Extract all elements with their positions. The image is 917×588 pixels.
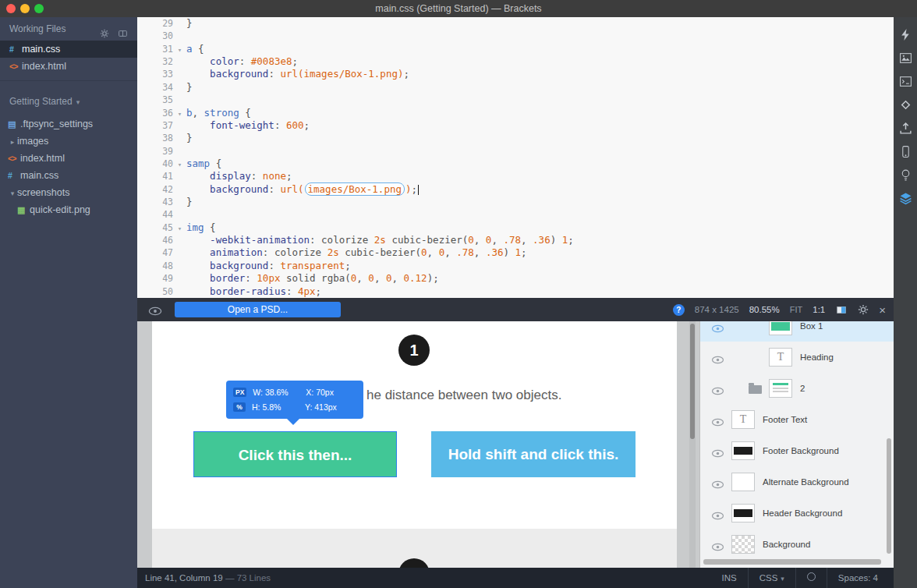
help-icon[interactable]: ? <box>673 304 685 316</box>
fit-button[interactable]: FIT <box>790 305 803 314</box>
fold-arrow-icon[interactable]: ▾ <box>173 158 186 171</box>
visibility-eye-icon[interactable] <box>711 447 724 461</box>
indent-setting[interactable]: Spaces: 4 <box>827 568 889 588</box>
tree-item-.ftpsync_settings[interactable]: ▤.ftpsync_settings <box>0 115 137 133</box>
instruction-text: he distance between two objects. <box>366 388 561 403</box>
layers-vscrollbar-thumb[interactable] <box>887 438 891 554</box>
hold-shift-button[interactable]: Hold shift and click this. <box>431 431 636 477</box>
code-line[interactable]: 37 font-weight: 600; <box>137 119 894 132</box>
lightbulb-icon[interactable] <box>898 167 913 182</box>
chevron-down-icon: ▾ <box>76 98 80 106</box>
language-selector[interactable]: CSS▾ <box>748 568 795 588</box>
tree-item-index.html[interactable]: <>index.html <box>0 150 137 167</box>
layer-row-box-1[interactable]: Box 1 <box>700 321 894 342</box>
code-line[interactable]: 30 <box>137 30 894 42</box>
sidebar-divider <box>0 75 137 81</box>
percent-badge: % <box>233 402 246 412</box>
split-panes-icon[interactable] <box>835 305 848 315</box>
layers-hscrollbar-thumb[interactable] <box>703 559 881 565</box>
mobile-device-icon[interactable] <box>898 143 913 159</box>
titlebar: main.css (Getting Started) — Brackets <box>0 0 917 17</box>
code-line[interactable]: 38} <box>137 132 894 144</box>
visibility-eye-icon[interactable] <box>711 353 724 367</box>
code-line[interactable]: 36▾b, strong { <box>137 107 894 119</box>
tree-item-quick-edit.png[interactable]: ▦quick-edit.png <box>0 201 137 218</box>
file-name: screenshots <box>17 187 69 198</box>
file-file-icon: ▤ <box>8 115 20 133</box>
code-line[interactable]: 39 <box>137 145 894 158</box>
line-number: 31 <box>137 43 173 55</box>
extract-layers-icon[interactable] <box>898 190 913 206</box>
preview-scrollbar-thumb[interactable] <box>690 324 695 439</box>
code-editor[interactable]: 29}3031▾a {32 color: #0083e8;33 backgrou… <box>137 17 894 298</box>
layer-row-footer-text[interactable]: TFooter Text <box>700 404 894 435</box>
file-name: quick-edit.png <box>30 204 90 215</box>
code-line[interactable]: 41 display: none; <box>137 170 894 182</box>
folder-expanded-icon[interactable]: ▾ <box>8 185 17 202</box>
code-line[interactable]: 35 <box>137 94 894 106</box>
zoom-level[interactable]: 80.55% <box>749 305 780 314</box>
click-this-button[interactable]: Click this then... <box>193 431 397 477</box>
code-line[interactable]: 33 background: url(images/Box-1.png); <box>137 68 894 80</box>
code-line[interactable]: 49 border: 10px solid rgba(0, 0, 0, 0.12… <box>137 272 894 285</box>
working-file-index.html[interactable]: <>index.html <box>0 58 137 75</box>
visibility-eye-icon[interactable] <box>711 322 724 336</box>
code-line[interactable]: 46 -webkit-animation: colorize 2s cubic-… <box>137 234 894 246</box>
layer-row-header-background[interactable]: Header Background <box>700 498 894 529</box>
fold-arrow-icon[interactable]: ▾ <box>173 222 186 235</box>
layer-row-heading[interactable]: THeading <box>700 342 894 373</box>
tree-item-images[interactable]: ▸images <box>0 133 137 150</box>
line-number: 48 <box>137 260 173 272</box>
working-file-main.css[interactable]: #main.css <box>0 41 137 58</box>
tree-item-screenshots[interactable]: ▾screenshots <box>0 184 137 201</box>
live-preview-icon[interactable] <box>898 27 913 42</box>
code-line[interactable]: 34} <box>137 81 894 94</box>
console-icon[interactable] <box>898 73 913 89</box>
project-dropdown[interactable]: Getting Started▾ <box>0 92 137 111</box>
visibility-eye-icon[interactable] <box>711 540 724 554</box>
code-line[interactable]: 44 <box>137 208 894 221</box>
code-line[interactable]: 47 animation: colorize 2s cubic-bezier(0… <box>137 246 894 259</box>
line-number: 32 <box>137 55 173 68</box>
psd-canvas[interactable]: 1 he distance between two objects. PX W:… <box>152 321 677 568</box>
code-line[interactable]: 45▾img { <box>137 221 894 234</box>
upload-icon[interactable] <box>898 120 913 136</box>
layer-row-2[interactable]: 2 <box>700 373 894 404</box>
tree-item-main.css[interactable]: #main.css <box>0 167 137 184</box>
close-panel-icon[interactable]: × <box>879 304 886 316</box>
diamond-icon[interactable] <box>898 97 913 112</box>
code-line[interactable]: 29} <box>137 17 894 30</box>
code-line[interactable]: 42 background: url(images/Box-1.png); <box>137 183 894 196</box>
visibility-eye-icon[interactable] <box>711 416 724 430</box>
text-layer-thumb: T <box>777 351 784 363</box>
inspect-eye-icon[interactable] <box>148 305 162 319</box>
code-line[interactable]: 43} <box>137 196 894 208</box>
code-line[interactable]: 32 color: #0083e8; <box>137 55 894 68</box>
fold-arrow-icon[interactable]: ▾ <box>173 44 186 56</box>
code-line[interactable]: 50 border-radius: 4px; <box>137 285 894 298</box>
quick-edit-highlight[interactable]: images/Box-1.png <box>305 182 405 196</box>
layer-row-alternate-background[interactable]: Alternate Background <box>700 466 894 498</box>
line-number: 30 <box>137 30 173 42</box>
layer-row-background[interactable]: Background <box>700 529 894 560</box>
code-line[interactable]: 48 background: transparent; <box>137 260 894 272</box>
light-thumb <box>732 473 754 491</box>
preview-scrollbar[interactable] <box>689 321 696 568</box>
lint-status[interactable] <box>795 568 827 588</box>
code-line[interactable]: 40▾samp { <box>137 158 894 170</box>
open-psd-button[interactable]: Open a PSD... <box>175 302 341 317</box>
one-to-one-button[interactable]: 1:1 <box>813 305 825 314</box>
extract-toolbar-controls: ? 874 x 1425 80.55% FIT 1:1 × <box>673 298 886 321</box>
y-value: Y: 413px <box>305 402 337 412</box>
code-line[interactable]: 31▾a { <box>137 43 894 55</box>
visibility-eye-icon[interactable] <box>711 509 724 523</box>
folder-collapsed-icon[interactable]: ▸ <box>8 133 17 151</box>
settings-gear-icon[interactable] <box>858 304 869 315</box>
file-tree: ▤.ftpsync_settings▸images<>index.html#ma… <box>0 115 137 218</box>
visibility-eye-icon[interactable] <box>711 384 724 398</box>
image-viewer-icon[interactable] <box>898 50 913 66</box>
fold-arrow-icon[interactable]: ▾ <box>173 108 186 120</box>
visibility-eye-icon[interactable] <box>711 478 724 492</box>
insert-mode-toggle[interactable]: INS <box>710 568 747 588</box>
layer-row-footer-background[interactable]: Footer Background <box>700 435 894 466</box>
